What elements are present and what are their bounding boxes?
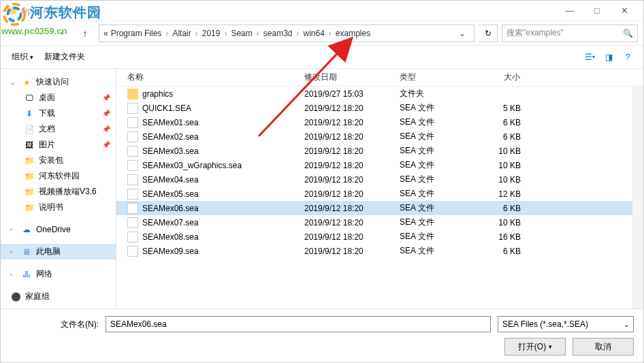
column-name[interactable]: 名称 xyxy=(116,72,293,83)
view-options-button[interactable]: ☰ ▾ xyxy=(582,50,597,65)
table-row[interactable]: SEAMex01.sea2019/9/12 18:20SEA 文件6 KB xyxy=(116,115,643,129)
table-row[interactable]: SEAMex05.sea2019/9/12 18:20SEA 文件12 KB xyxy=(116,187,643,201)
column-size[interactable]: 大小 xyxy=(464,72,532,83)
maximize-button[interactable]: □ xyxy=(583,1,611,20)
file-date-cell: 2019/9/12 18:20 xyxy=(293,232,389,242)
pin-icon: 📌 xyxy=(102,141,110,148)
sidebar-network[interactable]: ›🖧网络 xyxy=(1,266,116,282)
file-date-cell: 2019/9/27 15:03 xyxy=(293,89,389,99)
file-size-cell: 6 KB xyxy=(464,132,532,142)
sidebar-item-folder[interactable]: 📁安装包 xyxy=(1,153,116,168)
computer-icon: 🖥 xyxy=(21,247,32,257)
file-date-cell: 2019/9/12 18:20 xyxy=(293,247,389,256)
breadcrumb-item[interactable]: win64 xyxy=(303,29,324,38)
file-icon xyxy=(127,131,138,142)
table-row[interactable]: SEAMex07.sea2019/9/12 18:20SEA 文件10 KB xyxy=(116,215,643,230)
refresh-button[interactable]: ↻ xyxy=(479,25,498,42)
sidebar-onedrive[interactable]: ›☁OneDrive xyxy=(1,222,116,237)
table-row[interactable]: SEAMex03.sea2019/9/12 18:20SEA 文件10 KB xyxy=(116,144,643,158)
folder-icon: 📁 xyxy=(24,187,35,198)
chevron-down-icon: ▾ xyxy=(30,54,33,61)
file-icon xyxy=(127,246,138,257)
breadcrumb-item[interactable]: Altair xyxy=(172,29,191,38)
search-input[interactable]: 搜索"examples" 🔍 xyxy=(502,25,638,42)
table-row[interactable]: SEAMex03_wGraphics.sea2019/9/12 18:20SEA… xyxy=(116,158,643,172)
table-row[interactable]: SEAMex06.sea2019/9/12 18:20SEA 文件6 KB xyxy=(116,201,643,215)
file-type-cell: SEA 文件 xyxy=(389,102,464,114)
file-name-cell: SEAMex03_wGraphics.sea xyxy=(116,160,293,171)
svg-rect-0 xyxy=(7,7,16,14)
nav-back-button[interactable]: ← xyxy=(6,24,25,43)
sidebar-item-documents[interactable]: 📄文档📌 xyxy=(1,121,116,137)
sidebar-item-folder[interactable]: 📁说明书 xyxy=(1,200,116,215)
sidebar-homegroup[interactable]: ⚫家庭组 xyxy=(1,289,116,304)
nav-up-button[interactable]: ↑ xyxy=(76,24,95,43)
filename-input[interactable] xyxy=(106,316,491,332)
file-size-cell: 12 KB xyxy=(464,189,532,199)
file-size-cell: 6 KB xyxy=(464,247,532,256)
sidebar-item-folder[interactable]: 📁视频播放端V3.6 xyxy=(1,184,116,200)
organize-button[interactable]: 组织 ▾ xyxy=(9,49,36,65)
network-icon: 🖧 xyxy=(21,269,32,280)
table-row[interactable]: SEAMex04.sea2019/9/12 18:20SEA 文件10 KB xyxy=(116,172,643,187)
file-type-cell: SEA 文件 xyxy=(389,131,464,142)
cancel-button[interactable]: 取消 xyxy=(573,338,634,356)
minimize-button[interactable]: ― xyxy=(556,1,583,20)
nav-forward-button: → xyxy=(29,24,48,43)
help-button[interactable]: ? xyxy=(620,50,635,65)
dialog-footer: 文件名(N): SEA Files (*.sea,*.SEA) ⌄ 打开(O)▾… xyxy=(1,309,643,362)
file-size-cell: 6 KB xyxy=(464,118,532,127)
file-icon xyxy=(127,203,138,214)
file-icon xyxy=(127,174,138,185)
new-folder-button[interactable]: 新建文件夹 xyxy=(42,49,88,65)
breadcrumb[interactable]: « Program Files› Altair› 2019› Seam› sea… xyxy=(99,25,474,42)
sidebar-item-downloads[interactable]: ⬇下载📌 xyxy=(1,106,116,121)
breadcrumb-item[interactable]: seam3d xyxy=(263,29,293,38)
sidebar-item-folder[interactable]: 📁河东软件园 xyxy=(1,168,116,184)
sidebar-item-pictures[interactable]: 🖼图片📌 xyxy=(1,137,116,153)
file-size-cell: 6 KB xyxy=(464,204,532,213)
file-icon xyxy=(127,232,138,242)
sidebar-quick-access[interactable]: ⌄ ★ 快速访问 xyxy=(1,74,116,90)
chevron-down-icon[interactable]: ⌄ xyxy=(455,29,470,38)
table-row[interactable]: SEAMex09.sea2019/9/12 18:20SEA 文件6 KB xyxy=(116,244,643,258)
file-list-pane: 名称 修改日期 类型 大小 graphics2019/9/27 15:03文件夹… xyxy=(116,69,643,309)
breadcrumb-item[interactable]: Seam xyxy=(231,29,252,38)
file-date-cell: 2019/9/12 18:20 xyxy=(293,161,389,170)
file-type-cell: SEA 文件 xyxy=(389,174,464,185)
nav-recent-button[interactable]: ▾ xyxy=(52,24,71,43)
file-size-cell: 10 KB xyxy=(464,218,532,227)
file-name-cell: SEAMex01.sea xyxy=(116,117,293,128)
sidebar-this-pc[interactable]: ›🖥此电脑 xyxy=(1,244,116,259)
table-row[interactable]: graphics2019/9/27 15:03文件夹 xyxy=(116,86,643,101)
file-date-cell: 2019/9/12 18:20 xyxy=(293,218,389,227)
table-row[interactable]: QUICK1.SEA2019/9/12 18:20SEA 文件5 KB xyxy=(116,101,643,115)
pin-icon: 📌 xyxy=(102,94,110,101)
table-row[interactable]: SEAMex02.sea2019/9/12 18:20SEA 文件6 KB xyxy=(116,129,643,144)
column-type[interactable]: 类型 xyxy=(389,72,464,83)
breadcrumb-item[interactable]: examples xyxy=(336,29,370,38)
column-date[interactable]: 修改日期 xyxy=(293,72,389,83)
chevron-down-icon: ⌄ xyxy=(624,321,629,328)
desktop-icon: 🖵 xyxy=(24,93,35,104)
open-button[interactable]: 打开(O)▾ xyxy=(504,338,566,356)
file-type-cell: SEA 文件 xyxy=(389,145,464,157)
file-name-cell: SEAMex04.sea xyxy=(116,174,293,185)
chevron-right-icon: › xyxy=(10,271,17,278)
folder-icon: 📁 xyxy=(24,202,35,213)
download-icon: ⬇ xyxy=(24,108,35,119)
chevron-down-icon: ▾ xyxy=(549,343,552,350)
breadcrumb-item[interactable]: Program Files xyxy=(111,29,162,38)
file-type-cell: SEA 文件 xyxy=(389,202,464,214)
toolbar: 组织 ▾ 新建文件夹 ☰ ▾ ◨ ? xyxy=(1,46,643,69)
file-type-cell: SEA 文件 xyxy=(389,245,464,257)
sidebar-item-desktop[interactable]: 🖵桌面📌 xyxy=(1,90,116,106)
folder-icon: 📁 xyxy=(24,155,35,166)
scrollbar-vertical[interactable] xyxy=(632,86,643,309)
file-type-filter[interactable]: SEA Files (*.sea,*.SEA) ⌄ xyxy=(498,316,634,332)
table-row[interactable]: SEAMex08.sea2019/9/12 18:20SEA 文件16 KB xyxy=(116,230,643,244)
pin-icon: 📌 xyxy=(102,125,110,133)
breadcrumb-item[interactable]: 2019 xyxy=(202,29,221,38)
close-button[interactable]: ✕ xyxy=(611,1,638,20)
preview-pane-button[interactable]: ◨ xyxy=(601,50,616,65)
